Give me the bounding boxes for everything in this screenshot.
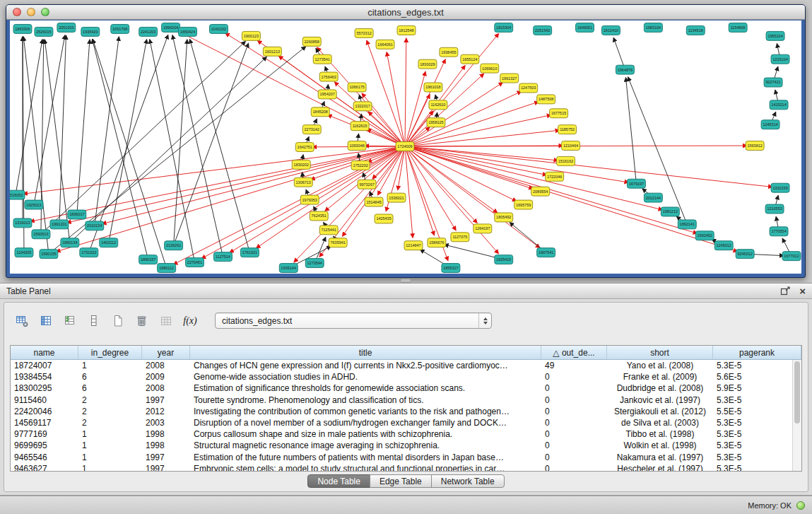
graph-node[interactable]: 1958125	[427, 118, 445, 127]
tab-edge-table[interactable]: Edge Table	[370, 474, 432, 488]
graph-node[interactable]: 1093048	[348, 141, 366, 151]
graph-node[interactable]: 7635941	[329, 238, 347, 247]
graph-node[interactable]: 1127075	[451, 233, 469, 242]
window-titlebar[interactable]: citations_edges.txt	[6, 5, 805, 20]
graph-node[interactable]: 1830202	[292, 160, 310, 169]
float-panel-icon[interactable]	[780, 286, 791, 296]
graph-node[interactable]: 1322017	[353, 102, 372, 111]
tab-network-table[interactable]: Network Table	[431, 474, 505, 488]
close-panel-icon[interactable]: ×	[799, 286, 806, 296]
graph-node[interactable]: 1983104	[644, 23, 662, 32]
graph-node[interactable]: 2012144	[644, 193, 662, 202]
graph-node[interactable]: 1210553	[765, 204, 784, 214]
column-header-short[interactable]: short	[607, 346, 713, 359]
table-vertical-scrollbar[interactable]	[792, 360, 801, 471]
minimize-window-icon[interactable]	[27, 8, 35, 16]
tab-node-table[interactable]: Node Table	[307, 474, 370, 488]
graph-node[interactable]: 1961327	[500, 74, 519, 83]
graph-node[interactable]: 1306713	[294, 177, 312, 187]
table-row[interactable]: 977716911998Corpus callosum shape and si…	[11, 428, 801, 440]
graph-node[interactable]: 7624351	[310, 211, 328, 221]
graph-node[interactable]: 1890134	[61, 238, 79, 247]
graph-node[interactable]: 1042102	[209, 24, 228, 33]
graph-node[interactable]: 1812548	[397, 25, 416, 35]
graph-node[interactable]: 1127514	[213, 252, 232, 262]
table-row[interactable]: 1456911722003Disruption of a novel membe…	[11, 417, 801, 428]
table-row[interactable]: 1830029562008Estimation of significance …	[11, 382, 801, 394]
graph-node[interactable]: 1650424	[179, 27, 197, 36]
graph-node[interactable]: 9245012	[736, 250, 754, 259]
graph-node[interactable]: 1830029	[418, 59, 437, 69]
graph-node[interactable]: 1695759	[514, 200, 533, 209]
graph-node[interactable]: 1964879	[616, 65, 634, 74]
column-header-pagerank[interactable]: pagerank	[713, 346, 801, 359]
graph-node[interactable]: 1590513	[32, 230, 50, 239]
table-row[interactable]: 946554611997Estimation of the future num…	[11, 452, 801, 463]
graph-node[interactable]: 1836017	[68, 210, 86, 219]
graph-node[interactable]: 1069610	[481, 64, 499, 73]
table-row[interactable]: 969969511998Structural magnetic resonanc…	[11, 440, 801, 451]
graph-node[interactable]: 1892141	[678, 220, 696, 229]
graph-node[interactable]: 1825415	[495, 255, 513, 264]
graph-node[interactable]: 1724009	[396, 142, 414, 151]
graph-node[interactable]: 1185752	[558, 125, 577, 134]
graph-node[interactable]: 1655124	[461, 54, 479, 64]
graph-node[interactable]: 1756463	[319, 72, 338, 81]
graph-node[interactable]: 1214847	[404, 241, 423, 250]
graph-node[interactable]: 1104205	[15, 248, 33, 257]
zoom-window-icon[interactable]	[41, 8, 49, 16]
graph-node[interactable]: 1752202	[351, 160, 370, 170]
graph-node[interactable]: 1815304	[495, 23, 513, 32]
graph-node[interactable]: 9973267	[358, 180, 376, 189]
delete-table-icon[interactable]	[131, 310, 153, 332]
graph-node[interactable]: 1731022	[80, 248, 98, 257]
graph-node[interactable]: 1954207	[318, 90, 336, 99]
graph-node[interactable]: 7125441	[319, 226, 338, 235]
graph-node[interactable]: 2051303	[57, 23, 76, 32]
table-row[interactable]: 946362711997Embryonic stem cells: a mode…	[11, 463, 801, 471]
function-builder-icon[interactable]: f(x)	[180, 310, 201, 332]
graph-node[interactable]: 1979353	[300, 195, 319, 204]
table-row[interactable]: 1938455462009Genome-wide association stu…	[11, 371, 801, 382]
new-column-icon[interactable]	[59, 310, 81, 332]
column-header-year[interactable]: year	[142, 346, 190, 359]
graph-node[interactable]: 1722046	[546, 172, 564, 181]
graph-node[interactable]: 2241203	[139, 27, 158, 36]
graph-node[interactable]: 1961018	[424, 83, 442, 92]
graph-node[interactable]: 2526052	[10, 190, 25, 199]
graph-node[interactable]: 1425435	[375, 214, 393, 223]
graph-node[interactable]: 1586676	[428, 238, 446, 247]
show-columns-icon[interactable]	[35, 310, 57, 332]
graph-node[interactable]: 1154808	[729, 23, 747, 32]
graph-node[interactable]: 1925013	[25, 200, 43, 209]
graph-node[interactable]: 1134518	[686, 25, 705, 35]
graph-node[interactable]: 1994204	[162, 23, 180, 32]
graph-node[interactable]: 1981212	[661, 207, 679, 216]
graph-node[interactable]: 1402112	[100, 238, 118, 247]
table-row[interactable]: 2242004622012Investigating the contribut…	[11, 406, 801, 417]
graph-node[interactable]: 1514845	[365, 197, 383, 206]
column-header-title[interactable]: title	[190, 346, 541, 359]
graph-node[interactable]: 1273544	[305, 259, 324, 268]
graph-node[interactable]: 1051708	[111, 24, 129, 33]
graph-node[interactable]: 5572312	[355, 28, 373, 37]
table-mode-icon[interactable]	[11, 310, 33, 332]
column-header-name[interactable]: name	[11, 346, 78, 359]
graph-node[interactable]: 2273142	[302, 125, 321, 134]
graph-node[interactable]: 2270451	[186, 258, 204, 267]
graph-node[interactable]: 1890157	[139, 255, 158, 264]
graph-node[interactable]: 1601213	[263, 47, 281, 56]
graph-node[interactable]: 1273541	[313, 54, 331, 64]
network-table-selector[interactable]: citations_edges.txt	[215, 313, 492, 329]
graph-node[interactable]: 1642751	[295, 143, 314, 152]
graph-node[interactable]: 1863306	[13, 24, 32, 33]
graph-node[interactable]: 1664091	[376, 40, 394, 49]
row-mode-icon[interactable]	[83, 310, 105, 332]
graph-node[interactable]: 1955104	[766, 31, 784, 40]
graph-node[interactable]: 2010134	[86, 221, 104, 230]
graph-node[interactable]: 1649051	[576, 23, 594, 32]
graph-node[interactable]: 1900123	[242, 31, 260, 40]
column-header-in_degree[interactable]: in_degree	[78, 346, 142, 359]
graph-node[interactable]: 2126261	[165, 241, 183, 250]
graph-node[interactable]: 1991201	[50, 220, 69, 229]
